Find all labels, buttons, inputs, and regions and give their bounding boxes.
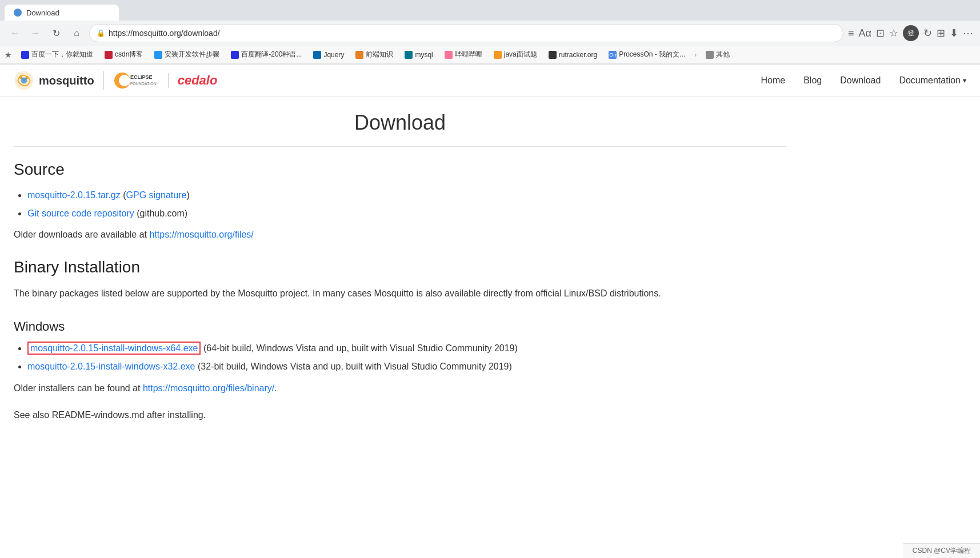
active-tab[interactable]: Download: [5, 5, 119, 21]
binary-heading: Binary Installation: [14, 258, 786, 276]
bookmarks-bar: ★ 百度一下，你就知道 csdn博客 安装开发软件步骤 百度翻译-200种语..…: [0, 46, 980, 64]
section-divider: [14, 146, 786, 147]
mysql-icon: [405, 51, 413, 59]
older-downloads-link[interactable]: https://mosquitto.org/files/: [149, 230, 253, 239]
back-button[interactable]: ←: [7, 25, 23, 41]
bookmark-mysql[interactable]: mysql: [400, 49, 437, 61]
source-heading: Source: [14, 160, 786, 179]
nav-home[interactable]: Home: [761, 75, 786, 86]
bookmark-label: mysql: [415, 51, 433, 59]
sync-icon[interactable]: ↻: [923, 27, 932, 39]
bookmark-jquery[interactable]: Jquery: [309, 49, 349, 61]
bookmark-rutracker[interactable]: rutracker.org: [544, 49, 602, 61]
rutracker-icon: [549, 51, 557, 59]
translate-bm-icon: [231, 51, 239, 59]
bookmark-label: 哔哩哔哩: [455, 50, 482, 59]
java-icon: [494, 51, 502, 59]
browser-action-icons: ≡ Aα ⊡ ☆ 登 ↻ ⊞ ⬇ ⋯: [848, 25, 973, 41]
bookmark-more[interactable]: 其他: [701, 48, 734, 61]
windows-x32-link[interactable]: mosquitto-2.0.15-install-windows-x32.exe: [27, 362, 195, 371]
windows-x32-item: mosquitto-2.0.15-install-windows-x32.exe…: [27, 359, 786, 374]
nav-blog[interactable]: Blog: [803, 75, 822, 86]
svg-text:ECLIPSE: ECLIPSE: [130, 74, 153, 80]
home-button[interactable]: ⌂: [69, 25, 85, 41]
extensions-icon[interactable]: ⊞: [937, 27, 945, 39]
bookmark-label: 其他: [716, 50, 730, 59]
older-installers-note: Older installers can be found at https:/…: [14, 383, 786, 394]
older-installers-link[interactable]: https://mosquitto.org/files/binary/: [143, 383, 274, 393]
windows-x64-item: mosquitto-2.0.15-install-windows-x64.exe…: [27, 341, 786, 356]
bookmark-java[interactable]: java面试题: [489, 48, 542, 61]
nav-documentation[interactable]: Documentation ▾: [899, 75, 966, 86]
bookmark-processon[interactable]: On ProcessOn - 我的文...: [604, 48, 690, 61]
nav-documentation-link: Documentation: [899, 75, 961, 86]
tarball-link[interactable]: mosquitto-2.0.15.tar.gz: [27, 190, 121, 200]
binary-desc: The binary packages listed below are sup…: [14, 286, 786, 301]
gpg-link[interactable]: GPG signature: [126, 190, 187, 200]
eclipse-logo-svg: ECLIPSE FOUNDATION: [113, 71, 159, 90]
csdn-icon: [105, 51, 113, 59]
bookmark-baidu[interactable]: 百度一下，你就知道: [17, 48, 98, 61]
tab-title: Download: [26, 9, 59, 17]
source-git-item: Git source code repository (github.com): [27, 206, 786, 221]
browser-nav-bar: ← → ↻ ⌂ 🔒 https://mosquitto.org/download…: [0, 21, 980, 46]
page-content: Download Source mosquitto-2.0.15.tar.gz …: [0, 97, 800, 443]
bookmark-translate[interactable]: 百度翻译-200种语...: [226, 48, 306, 61]
page-title: Download: [14, 111, 786, 135]
downloads-icon[interactable]: ⬇: [950, 27, 958, 39]
bookmark-label: java面试题: [504, 50, 537, 59]
bookmark-bilibili[interactable]: 哔哩哔哩: [440, 48, 487, 61]
see-also-text: See also README-windows.md after install…: [14, 407, 786, 423]
svg-point-7: [119, 75, 130, 86]
windows-links-list: mosquitto-2.0.15-install-windows-x64.exe…: [14, 341, 786, 374]
tab-favicon: [14, 9, 22, 17]
site-logos: mosquitto ECLIPSE FOUNDATION cedalo: [14, 70, 217, 91]
mosquitto-logo[interactable]: mosquitto: [14, 70, 94, 91]
mosquitto-logo-svg: [14, 70, 34, 91]
translate-icon[interactable]: Aα: [859, 27, 871, 39]
svg-text:FOUNDATION: FOUNDATION: [130, 82, 157, 86]
favorites-icon[interactable]: ☆: [889, 27, 898, 39]
baidu-icon: [21, 51, 29, 59]
bookmark-label: 前端知识: [366, 50, 393, 59]
refresh-button[interactable]: ↻: [48, 25, 64, 41]
split-view-icon[interactable]: ⊡: [876, 27, 885, 39]
more-icon: [706, 51, 714, 59]
git-link[interactable]: Git source code repository: [27, 208, 134, 218]
profile-button[interactable]: 登: [903, 25, 919, 41]
bookmarks-icon: ★: [5, 50, 12, 59]
binary-section: Binary Installation The binary packages …: [14, 258, 786, 301]
older-installers-suffix: .: [274, 383, 277, 393]
git-suffix: (github.com): [137, 208, 187, 218]
frontend-icon: [355, 51, 363, 59]
windows-x64-link[interactable]: mosquitto-2.0.15-install-windows-x64.exe: [27, 342, 201, 355]
source-list: mosquitto-2.0.15.tar.gz (GPG signature) …: [14, 188, 786, 220]
menu-icon[interactable]: ⋯: [963, 27, 973, 39]
windows-x64-desc: (64-bit build, Windows Vista and up, bui…: [203, 343, 518, 353]
windows-section: Windows mosquitto-2.0.15-install-windows…: [14, 319, 786, 422]
eclipse-logo[interactable]: ECLIPSE FOUNDATION: [103, 71, 159, 90]
bookmark-install[interactable]: 安装开发软件步骤: [150, 48, 224, 61]
older-downloads-note: Older downloads are available at https:/…: [14, 230, 786, 240]
forward-button[interactable]: →: [27, 25, 43, 41]
site-nav: Home Blog Download Documentation ▾: [761, 75, 967, 86]
bilibili-icon: [445, 51, 453, 59]
bookmark-label: 百度一下，你就知道: [31, 50, 93, 59]
bookmark-label: rutracker.org: [559, 51, 597, 59]
nav-download[interactable]: Download: [840, 75, 881, 86]
processon-icon: On: [609, 51, 617, 59]
bookmark-frontend[interactable]: 前端知识: [351, 48, 398, 61]
bookmarks-more-chevron: ›: [694, 51, 697, 59]
reading-icon[interactable]: ≡: [848, 27, 854, 39]
address-bar[interactable]: 🔒 https://mosquitto.org/download/: [89, 24, 843, 42]
cedalo-logo[interactable]: cedalo: [168, 73, 218, 88]
bookmark-label: 安装开发软件步骤: [165, 50, 219, 59]
tarball-separator-close: ): [186, 190, 189, 200]
bookmark-label: Jquery: [323, 51, 344, 59]
bookmark-csdn[interactable]: csdn博客: [100, 48, 147, 61]
install-icon: [154, 51, 162, 59]
windows-heading: Windows: [14, 319, 786, 334]
bookmark-label: ProcessOn - 我的文...: [619, 50, 685, 59]
tab-bar: Download: [0, 0, 980, 21]
lock-icon: 🔒: [97, 29, 105, 37]
